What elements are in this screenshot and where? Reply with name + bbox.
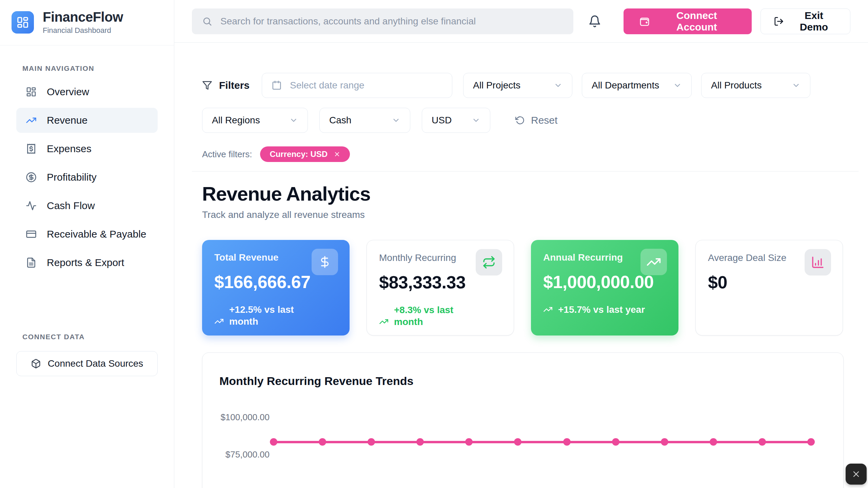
mrr-trends-card: Monthly Recurring Revenue Trends $100,00… bbox=[202, 352, 844, 488]
chart-point[interactable] bbox=[368, 438, 375, 446]
products-select[interactable]: All Products bbox=[701, 73, 810, 98]
active-filter-chip: Currency: USD bbox=[260, 146, 350, 162]
filters-row-2: All Regions Cash USD Reset bbox=[202, 108, 557, 133]
y-axis-tick-label: $50,000.00 bbox=[202, 487, 270, 488]
exit-demo-button[interactable]: Exit Demo bbox=[761, 8, 850, 34]
chart-point[interactable] bbox=[661, 438, 668, 446]
remove-filter-button[interactable] bbox=[334, 151, 340, 158]
global-search[interactable] bbox=[192, 8, 573, 34]
connect-section-label: CONNECT DATA bbox=[22, 333, 158, 341]
sidebar: FinanceFlow Financial Dashboard MAIN NAV… bbox=[0, 0, 174, 488]
accounting-basis-select[interactable]: Cash bbox=[319, 108, 410, 133]
chart-point[interactable] bbox=[758, 438, 766, 446]
nav-section-label: MAIN NAVIGATION bbox=[22, 64, 174, 73]
currency-select-value: USD bbox=[432, 115, 452, 126]
search-input[interactable] bbox=[220, 16, 563, 27]
connect-data-sources-button[interactable]: Connect Data Sources bbox=[16, 351, 158, 376]
sidebar-item-overview[interactable]: Overview bbox=[16, 79, 158, 104]
sidebar-item-label: Expenses bbox=[47, 143, 92, 155]
close-icon bbox=[334, 151, 340, 158]
main-content: Filters Select date range All Projects A… bbox=[174, 43, 868, 488]
date-range-placeholder: Select date range bbox=[290, 80, 364, 91]
products-select-value: All Products bbox=[711, 80, 762, 91]
circle-dollar-icon bbox=[26, 172, 37, 183]
sidebar-item-label: Revenue bbox=[47, 115, 87, 126]
logout-icon bbox=[774, 16, 784, 26]
notifications-button[interactable] bbox=[588, 15, 601, 28]
sidebar-item-receivable-payable[interactable]: Receivable & Payable bbox=[16, 222, 158, 247]
active-filters-label: Active filters: bbox=[202, 149, 252, 160]
departments-select[interactable]: All Departments bbox=[582, 73, 692, 98]
app-logo bbox=[12, 11, 34, 34]
credit-card-icon bbox=[26, 229, 37, 240]
chart-point[interactable] bbox=[514, 438, 521, 446]
sidebar-item-revenue[interactable]: Revenue bbox=[16, 108, 158, 133]
active-filter-chip-text: Currency: USD bbox=[270, 149, 328, 159]
sidebar-item-expenses[interactable]: Expenses bbox=[16, 136, 158, 161]
brand-text: FinanceFlow Financial Dashboard bbox=[43, 9, 123, 35]
chart-point[interactable] bbox=[563, 438, 571, 446]
main-nav: Overview Revenue Expenses Profitability … bbox=[0, 79, 174, 275]
filters-label: Filters bbox=[219, 80, 250, 91]
active-filters-row: Active filters: Currency: USD bbox=[202, 146, 350, 162]
date-range-input[interactable]: Select date range bbox=[262, 73, 452, 98]
stat-delta: +8.3% vs last month bbox=[379, 304, 467, 328]
chart-point[interactable] bbox=[319, 438, 326, 446]
chart-point[interactable] bbox=[710, 438, 717, 446]
connect-data-section: CONNECT DATA Connect Data Sources bbox=[0, 333, 174, 376]
trending-up-icon bbox=[26, 115, 37, 126]
chart-point[interactable] bbox=[270, 438, 277, 446]
stat-card-average-deal-size: Average Deal Size $0 bbox=[695, 240, 843, 336]
chevron-down-icon bbox=[392, 116, 400, 125]
sidebar-item-reports-export[interactable]: Reports & Export bbox=[16, 250, 158, 275]
section-divider bbox=[192, 171, 859, 171]
sidebar-item-label: Overview bbox=[47, 86, 89, 98]
sidebar-item-profitability[interactable]: Profitability bbox=[16, 165, 158, 190]
package-icon bbox=[31, 359, 41, 369]
accounting-basis-value: Cash bbox=[329, 115, 351, 126]
exit-demo-label: Exit Demo bbox=[791, 10, 837, 33]
chart-point[interactable] bbox=[807, 438, 815, 446]
app-subtitle: Financial Dashboard bbox=[43, 26, 123, 35]
y-axis-tick-label: $100,000.00 bbox=[202, 412, 270, 423]
sidebar-item-label: Reports & Export bbox=[47, 257, 124, 268]
app-title: FinanceFlow bbox=[43, 9, 123, 25]
bell-icon bbox=[588, 15, 601, 28]
connect-account-button[interactable]: Connect Account bbox=[624, 8, 752, 34]
connect-account-label: Connect Account bbox=[657, 10, 736, 33]
stat-cards: Total Revenue $166,666.67 +12.5% vs last… bbox=[202, 240, 843, 336]
currency-select[interactable]: USD bbox=[422, 108, 490, 133]
stat-delta-text: +15.7% vs last year bbox=[558, 304, 645, 316]
projects-select[interactable]: All Projects bbox=[463, 73, 572, 98]
filters-title: Filters bbox=[202, 80, 250, 91]
sidebar-item-cash-flow[interactable]: Cash Flow bbox=[16, 193, 158, 218]
trending-up-icon bbox=[543, 305, 553, 314]
chart-point[interactable] bbox=[416, 438, 424, 446]
topbar: Connect Account Exit Demo bbox=[174, 0, 868, 43]
reset-label: Reset bbox=[531, 115, 557, 126]
calendar-icon bbox=[272, 80, 282, 90]
chevron-down-icon bbox=[673, 81, 682, 90]
bar-chart-icon bbox=[805, 249, 831, 276]
dashboard-grid-icon bbox=[16, 16, 29, 29]
trending-up-icon bbox=[640, 249, 667, 275]
activity-icon bbox=[26, 200, 37, 211]
stat-card-total-revenue: Total Revenue $166,666.67 +12.5% vs last… bbox=[202, 240, 350, 336]
regions-select[interactable]: All Regions bbox=[202, 108, 308, 133]
sidebar-item-label: Receivable & Payable bbox=[47, 228, 146, 240]
search-icon bbox=[202, 16, 212, 26]
stat-card-annual-recurring: Annual Recurring $1,000,000.00 +15.7% vs… bbox=[531, 240, 678, 336]
chart-point[interactable] bbox=[465, 438, 473, 446]
wallet-icon bbox=[639, 16, 650, 27]
stat-card-monthly-recurring: Monthly Recurring $83,333.33 +8.3% vs la… bbox=[367, 240, 514, 336]
trending-up-icon bbox=[214, 317, 224, 326]
page-title: Revenue Analytics bbox=[202, 182, 371, 205]
reset-filters-button[interactable]: Reset bbox=[515, 115, 557, 126]
sidebar-item-label: Cash Flow bbox=[47, 200, 95, 211]
page-subtitle: Track and analyze all revenue streams bbox=[202, 209, 365, 220]
mrr-chart-plot: $100,000.00$75,000.00$50,000.00 bbox=[202, 353, 843, 488]
close-icon bbox=[851, 469, 861, 479]
close-overlay-button[interactable] bbox=[846, 464, 867, 485]
projects-select-value: All Projects bbox=[473, 80, 520, 91]
chart-point[interactable] bbox=[612, 438, 619, 446]
